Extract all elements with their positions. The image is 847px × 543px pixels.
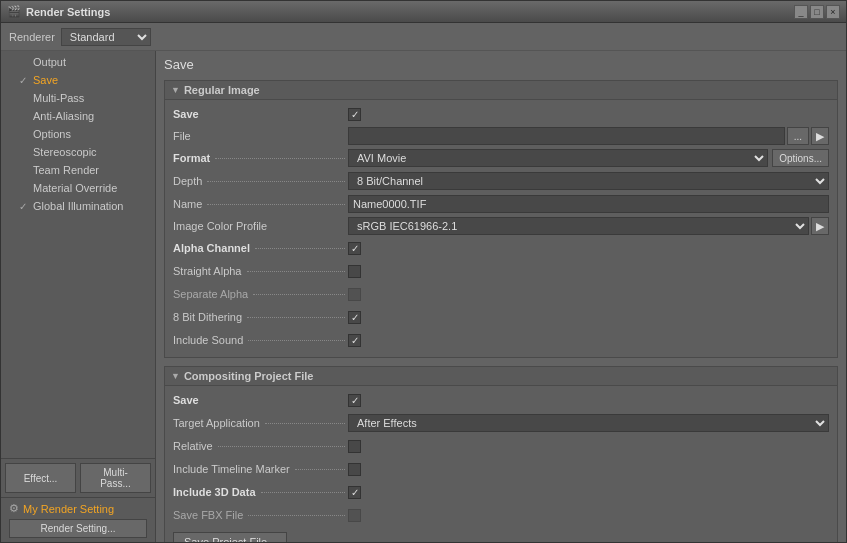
depth-field-value: 8 Bit/Channel (348, 172, 829, 190)
alpha-channel-checkbox[interactable] (348, 242, 361, 255)
sidebar-item-output[interactable]: Output (1, 53, 155, 71)
save-project-button[interactable]: Save Project File... (173, 532, 287, 542)
include-3d-label: Include 3D Data (173, 486, 256, 498)
color-profile-select[interactable]: sRGB IEC61966-2.1 (348, 217, 809, 235)
straight-alpha-label-container: Straight Alpha (173, 265, 348, 277)
sidebar-item-team-render[interactable]: Team Render (1, 161, 155, 179)
relative-label: Relative (173, 440, 213, 452)
comp-save-label: Save (173, 394, 348, 406)
comp-save-checkbox[interactable] (348, 394, 361, 407)
alpha-channel-label: Alpha Channel (173, 242, 250, 254)
include-3d-row: Include 3D Data (173, 482, 829, 502)
timeline-checkbox[interactable] (348, 463, 361, 476)
relative-label-container: Relative (173, 440, 348, 452)
window-title: Render Settings (26, 6, 794, 18)
file-input[interactable] (348, 127, 785, 145)
format-row: Format AVI Movie Options... (173, 148, 829, 168)
separate-alpha-label: Separate Alpha (173, 288, 248, 300)
name-label-container: Name (173, 198, 348, 210)
comp-save-value (348, 394, 829, 407)
sidebar-item-stereo-label: Stereoscopic (33, 146, 97, 158)
effect-button[interactable]: Effect... (5, 463, 76, 493)
format-dots (215, 158, 345, 159)
renderer-label: Renderer (9, 31, 55, 43)
format-field-value: AVI Movie Options... (348, 149, 829, 167)
main-content: Output ✓ Save Multi-Pass Anti-Aliasing O… (1, 51, 846, 542)
format-select[interactable]: AVI Movie (348, 149, 768, 167)
sidebar-item-anti-aliasing[interactable]: Anti-Aliasing (1, 107, 155, 125)
target-app-label-container: Target Application (173, 417, 348, 429)
sidebar-item-material-override[interactable]: Material Override (1, 179, 155, 197)
relative-row: Relative (173, 436, 829, 456)
file-nav-button[interactable]: ▶ (811, 127, 829, 145)
separate-alpha-row: Separate Alpha (173, 284, 829, 304)
depth-label: Depth (173, 175, 202, 187)
timeline-row: Include Timeline Marker (173, 459, 829, 479)
save-checkbox[interactable] (348, 108, 361, 121)
options-button[interactable]: Options... (772, 149, 829, 167)
sidebar-item-global-illumination[interactable]: ✓ Global Illumination (1, 197, 155, 215)
bit-dithering-label: 8 Bit Dithering (173, 311, 242, 323)
renderer-select[interactable]: Standard (61, 28, 151, 46)
sidebar-item-multipass[interactable]: Multi-Pass (1, 89, 155, 107)
sidebar: Output ✓ Save Multi-Pass Anti-Aliasing O… (1, 51, 156, 542)
include-sound-checkbox[interactable] (348, 334, 361, 347)
name-field-value (348, 195, 829, 213)
title-bar: 🎬 Render Settings _ □ × (1, 1, 846, 23)
color-profile-label: Image Color Profile (173, 220, 348, 232)
separate-alpha-checkbox[interactable] (348, 288, 361, 301)
alpha-channel-label-container: Alpha Channel (173, 242, 348, 254)
regular-image-section: ▼ Regular Image Save File . (164, 80, 838, 358)
bit-dithering-checkbox[interactable] (348, 311, 361, 324)
sidebar-item-stereoscopic[interactable]: Stereoscopic (1, 143, 155, 161)
comp-save-row: Save (173, 390, 829, 410)
render-setting-item[interactable]: ⚙ My Render Setting (9, 502, 147, 515)
save-fbx-dots (248, 515, 345, 516)
include-3d-label-container: Include 3D Data (173, 486, 348, 498)
target-app-select[interactable]: After Effects (348, 414, 829, 432)
sidebar-items: Output ✓ Save Multi-Pass Anti-Aliasing O… (1, 51, 155, 458)
save-fbx-value (348, 509, 829, 522)
file-browse-button[interactable]: ... (787, 127, 809, 145)
timeline-label-container: Include Timeline Marker (173, 463, 348, 475)
compositing-header[interactable]: ▼ Compositing Project File (164, 366, 838, 386)
depth-dots (207, 181, 345, 182)
include-sound-value (348, 334, 829, 347)
minimize-button[interactable]: _ (794, 5, 808, 19)
save-header: Save (164, 55, 838, 74)
color-profile-arrow[interactable]: ▶ (811, 217, 829, 235)
straight-alpha-checkbox[interactable] (348, 265, 361, 278)
format-label: Format (173, 152, 210, 164)
multipass-button[interactable]: Multi-Pass... (80, 463, 151, 493)
include-sound-label-container: Include Sound (173, 334, 348, 346)
depth-row: Depth 8 Bit/Channel (173, 171, 829, 191)
compositing-body: Save Target Application Aft (164, 386, 838, 542)
regular-image-body: Save File ... ▶ F (164, 100, 838, 358)
regular-image-header[interactable]: ▼ Regular Image (164, 80, 838, 100)
render-settings-window: 🎬 Render Settings _ □ × Renderer Standar… (0, 0, 847, 543)
include-sound-dots (248, 340, 345, 341)
target-app-label: Target Application (173, 417, 260, 429)
close-button[interactable]: × (826, 5, 840, 19)
include-3d-checkbox[interactable] (348, 486, 361, 499)
sidebar-item-save[interactable]: ✓ Save (1, 71, 155, 89)
alpha-dots (255, 248, 345, 249)
save-fbx-row: Save FBX File (173, 505, 829, 525)
relative-checkbox[interactable] (348, 440, 361, 453)
sidebar-item-options[interactable]: Options (1, 125, 155, 143)
compositing-title: Compositing Project File (184, 370, 314, 382)
bit-dithering-dots (247, 317, 345, 318)
render-setting-button[interactable]: Render Setting... (9, 519, 147, 538)
save-field-value (348, 108, 829, 121)
depth-select[interactable]: 8 Bit/Channel (348, 172, 829, 190)
include-3d-value (348, 486, 829, 499)
name-input[interactable] (348, 195, 829, 213)
regular-image-arrow: ▼ (171, 85, 180, 95)
sidebar-item-teamrender-label: Team Render (33, 164, 99, 176)
name-row: Name (173, 194, 829, 214)
save-check: ✓ (19, 75, 29, 86)
save-fbx-checkbox[interactable] (348, 509, 361, 522)
file-label: File (173, 130, 348, 142)
restore-button[interactable]: □ (810, 5, 824, 19)
sidebar-item-save-label: Save (33, 74, 58, 86)
